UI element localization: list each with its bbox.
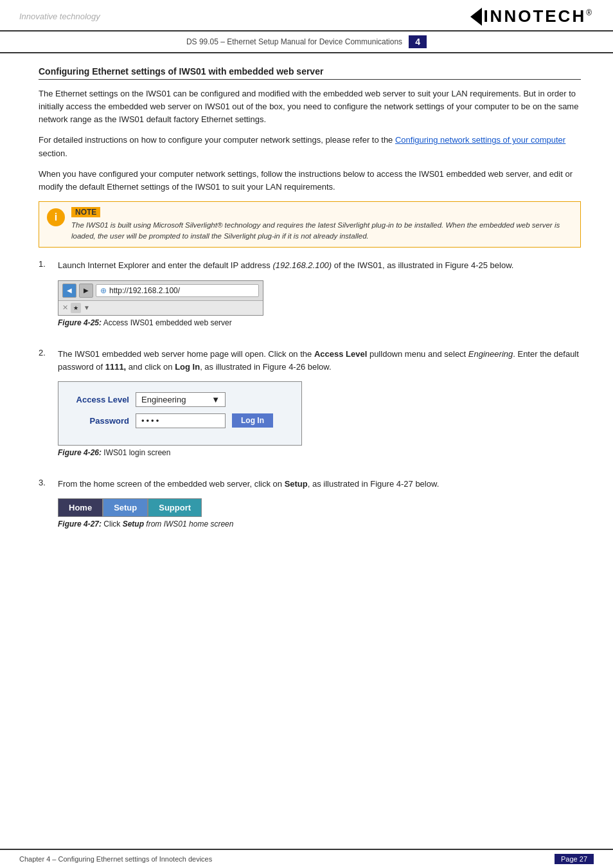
paragraph-2: For detailed instructions on how to conf…	[39, 134, 581, 159]
browser-url-text: http://192.168.2.100/	[109, 286, 180, 295]
password-label: Password	[71, 416, 129, 426]
header: Innovative technology INNOTECH®	[0, 0, 613, 32]
access-level-value: Engineering	[141, 395, 186, 404]
para2-link[interactable]: Configuring network settings of your com…	[395, 135, 565, 145]
note-box: i NOTE The IWS01 is built using Microsof…	[39, 201, 581, 248]
para2-before-link: For detailed instructions on how to conf…	[39, 135, 395, 145]
access-level-dropdown[interactable]: Engineering ▼	[136, 392, 226, 407]
step2-text-mid3: and click on	[126, 362, 175, 372]
step2-bold2: 1111,	[105, 362, 127, 372]
step-3-content: From the home screen of the embedded web…	[58, 478, 581, 540]
step-2-content: The IWS01 embedded web server home page …	[58, 348, 581, 469]
step-2-text: The IWS01 embedded web server home page …	[58, 348, 581, 374]
browser-back-button[interactable]: ◀	[62, 284, 76, 298]
note-label: NOTE	[71, 207, 100, 217]
step-3-text: From the home screen of the embedded web…	[58, 478, 581, 491]
nav-tab-support[interactable]: Support	[148, 498, 202, 517]
footer-text: Chapter 4 – Configuring Ethernet setting…	[19, 855, 212, 863]
password-value: ••••	[141, 416, 161, 426]
step2-text-mid1: pulldown menu and select	[367, 349, 468, 359]
main-content: Configuring Ethernet settings of IWS01 w…	[0, 53, 613, 562]
nav-tab-setup-label: Setup	[114, 503, 137, 512]
nav-tab-support-label: Support	[159, 503, 191, 512]
step1-ip-italic: (192.168.2.100)	[272, 260, 332, 270]
para2-underline: Configuring network settings of your com…	[395, 135, 565, 145]
figure-27-caption: Figure 4-27: Click Setup from IWS01 home…	[58, 520, 581, 529]
browser-close-icon: ✕	[62, 303, 68, 312]
figure-26-text: IWS01 login screen	[102, 448, 170, 457]
footer-page-label: Page 27	[555, 854, 594, 864]
figure-27-bold: Setup	[123, 520, 144, 529]
section-heading: Configuring Ethernet settings of IWS01 w…	[39, 66, 581, 80]
step-3-number: 3.	[39, 478, 51, 487]
figure-25-caption: Figure 4-25: Access IWS01 embedded web s…	[58, 318, 581, 327]
title-bar: DS 99.05 – Ethernet Setup Manual for Dev…	[0, 32, 613, 53]
browser-toolbar2: ✕ ★ ▼	[58, 301, 263, 315]
figure-27-text-before: Click	[102, 520, 123, 529]
browser-url-bar[interactable]: ⊕ http://192.168.2.100/	[96, 284, 259, 297]
nav-tab-home[interactable]: Home	[58, 498, 103, 517]
paragraph-1: The Ethernet settings on the IWS01 can b…	[39, 87, 581, 126]
step2-bold3: Log In	[175, 362, 200, 372]
note-content: NOTE The IWS01 is built using Microsoft …	[71, 207, 573, 242]
title-bar-page-number: 4	[409, 35, 427, 48]
step-2: 2. The IWS01 embedded web server home pa…	[39, 348, 581, 469]
step2-italic1: Engineering	[468, 349, 513, 359]
login-password-row: Password •••• Log In	[71, 413, 289, 428]
step1-text-before: Launch Internet Explorer and enter the d…	[58, 260, 272, 270]
browser-page-icon: ⊕	[100, 286, 107, 295]
figure-26-label: Figure 4-26:	[58, 448, 102, 457]
nav-tab-home-label: Home	[69, 503, 92, 512]
nav-bar-screenshot: Home Setup Support	[58, 498, 199, 517]
note-icon: i	[47, 208, 65, 226]
step-1: 1. Launch Internet Explorer and enter th…	[39, 259, 581, 338]
browser-forward-button[interactable]: ▶	[79, 284, 93, 298]
login-form-screenshot: Access Level Engineering ▼ Password ••••…	[58, 381, 302, 446]
brand-name: INNOTECH®	[483, 6, 594, 26]
browser-toolbar: ◀ ▶ ⊕ http://192.168.2.100/	[58, 281, 263, 301]
nav-tab-setup[interactable]: Setup	[103, 498, 148, 517]
brand-arrow-icon	[470, 8, 482, 26]
step-1-content: Launch Internet Explorer and enter the d…	[58, 259, 581, 338]
step2-text-before: The IWS01 embedded web server home page …	[58, 349, 314, 359]
title-bar-text: DS 99.05 – Ethernet Setup Manual for Dev…	[186, 37, 402, 46]
dropdown-arrow-icon: ▼	[211, 395, 220, 404]
login-button[interactable]: Log In	[232, 413, 273, 428]
figure-27-text-after: from IWS01 home screen	[144, 520, 233, 529]
browser-screenshot: ◀ ▶ ⊕ http://192.168.2.100/ ✕ ★ ▼	[58, 280, 263, 316]
para2-after-link: section.	[39, 149, 67, 158]
step3-text-before: From the home screen of the embedded web…	[58, 479, 285, 489]
figure-27-label: Figure 4-27:	[58, 520, 102, 529]
step2-bold1: Access Level	[314, 349, 367, 359]
step3-bold1: Setup	[285, 479, 308, 489]
access-level-label: Access Level	[71, 395, 129, 404]
step-1-number: 1.	[39, 259, 51, 269]
step-3: 3. From the home screen of the embedded …	[39, 478, 581, 540]
login-access-level-row: Access Level Engineering ▼	[71, 392, 289, 407]
password-input[interactable]: ••••	[136, 413, 226, 428]
step3-text-after: , as illustrated in Figure 4-27 below.	[308, 479, 440, 489]
figure-25-text: Access IWS01 embedded web server	[102, 318, 232, 327]
footer: Chapter 4 – Configuring Ethernet setting…	[0, 849, 613, 868]
step1-text-after: of the IWS01, as illustrated in Figure 4…	[332, 260, 513, 270]
step-2-number: 2.	[39, 348, 51, 357]
figure-25-label: Figure 4-25:	[58, 318, 102, 327]
browser-star-icon[interactable]: ★	[71, 303, 81, 313]
paragraph-3: When you have configured your computer n…	[39, 168, 581, 194]
header-brand-logo: INNOTECH®	[470, 6, 594, 26]
header-logo-italic: Innovative technology	[19, 12, 100, 21]
browser-toolbar2-arrow: ▼	[84, 304, 90, 311]
figure-26-caption: Figure 4-26: IWS01 login screen	[58, 448, 581, 457]
note-text: The IWS01 is built using Microsoft Silve…	[71, 220, 573, 242]
step-1-text: Launch Internet Explorer and enter the d…	[58, 259, 581, 272]
step2-text-after: , as illustrated in Figure 4-26 below.	[200, 362, 332, 372]
